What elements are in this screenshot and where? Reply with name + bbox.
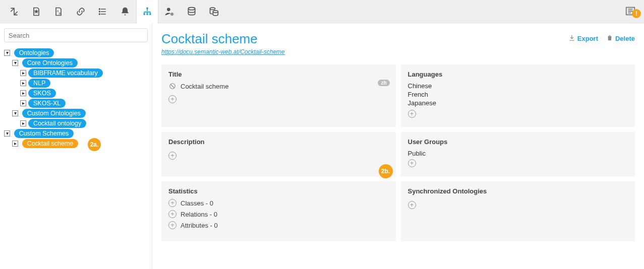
lang-badge: zh [378, 80, 389, 86]
panel-heading: User Groups [408, 138, 628, 146]
export-label: Export [577, 35, 598, 42]
stat-relations: Relations - 0 [181, 211, 217, 218]
tree-node-bibframe[interactable]: BIBFRAME vocabulary [28, 69, 103, 78]
svg-point-3 [99, 11, 100, 12]
delete-label: Delete [615, 35, 635, 42]
tree-node-core-ontologies[interactable]: Core Ontologies [22, 58, 78, 68]
toggle-icon[interactable]: ▸ [20, 100, 26, 106]
tree-node-skos[interactable]: SKOS [28, 89, 56, 98]
bell-icon[interactable] [114, 0, 136, 23]
panel-heading: Description [168, 138, 389, 146]
delete-button[interactable]: Delete [606, 34, 635, 43]
block-icon [168, 82, 177, 90]
trash-icon [606, 34, 613, 43]
panel-heading: Languages [408, 71, 628, 78]
note-star-icon[interactable] [25, 0, 47, 23]
note-ab-icon[interactable]: AB [47, 0, 70, 23]
sitemap-icon[interactable] [136, 0, 158, 23]
language-item: Japanese [408, 99, 628, 107]
svg-rect-7 [146, 13, 148, 15]
svg-point-13 [213, 10, 218, 12]
sidebar: ▾ Ontologies ▾ Core Ontologies ▸BIBFRAME… [0, 23, 152, 269]
stat-classes: Classes - 0 [181, 199, 213, 207]
db-stack-icon[interactable] [203, 0, 225, 23]
tree-node-cocktail-ontology[interactable]: Cocktail ontology [28, 119, 86, 128]
svg-rect-5 [146, 7, 148, 9]
callout-2a: 2a. [88, 138, 101, 151]
add-button[interactable]: + [168, 199, 177, 207]
user-gear-icon[interactable] [158, 0, 181, 23]
tree-node-custom-schemes[interactable]: Custom Schemes [14, 129, 74, 138]
panel-sync-ontologies: Synchronized Ontologies + [401, 181, 635, 241]
tree-node-ontologies[interactable]: Ontologies [14, 48, 54, 57]
page-title: Cocktail scheme [161, 31, 285, 47]
toggle-icon[interactable]: ▸ [20, 80, 26, 86]
svg-point-11 [188, 7, 195, 10]
panel-title: Title Cocktail scheme + zh [161, 64, 396, 127]
main-content: Cocktail scheme https://docu.semantic-we… [152, 23, 644, 269]
title-value: Cocktail scheme [181, 83, 228, 90]
tree: ▾ Ontologies ▾ Core Ontologies ▸BIBFRAME… [4, 48, 148, 148]
database-icon[interactable] [181, 0, 203, 23]
add-button[interactable]: + [168, 152, 177, 160]
toggle-icon[interactable]: ▾ [12, 110, 18, 116]
tree-node-cocktail-scheme[interactable]: Cocktail scheme [22, 139, 79, 148]
panel-heading: Statistics [168, 187, 389, 195]
add-button[interactable]: + [408, 110, 416, 118]
user-group-item: Public [408, 150, 628, 157]
tree-node-nlp[interactable]: NLP [28, 79, 50, 88]
language-item: French [408, 91, 628, 98]
add-button[interactable]: + [168, 221, 177, 229]
svg-point-12 [210, 8, 215, 10]
panel-heading: Title [168, 71, 389, 78]
svg-rect-8 [149, 13, 151, 15]
toggle-icon[interactable]: ▸ [20, 90, 26, 96]
svg-text:B: B [59, 12, 61, 15]
export-button[interactable]: Export [568, 34, 598, 43]
add-button[interactable]: + [168, 95, 177, 103]
svg-rect-6 [144, 13, 145, 15]
add-button[interactable]: + [168, 210, 177, 218]
language-item: Chinese [408, 82, 628, 90]
toggle-icon[interactable]: ▾ [4, 50, 10, 56]
svg-point-10 [171, 13, 172, 15]
resource-uri-link[interactable]: https://docu.semantic-web.at/Cocktail-sc… [161, 48, 285, 55]
link-arrow-icon[interactable] [3, 0, 25, 23]
toggle-icon[interactable]: ▸ [20, 70, 26, 76]
svg-point-9 [167, 8, 170, 11]
svg-point-4 [99, 14, 100, 15]
panel-languages: Languages Chinese French Japanese + [401, 64, 635, 127]
panel-heading: Synchronized Ontologies [408, 187, 628, 195]
stat-attributes: Attributes - 0 [181, 222, 218, 229]
panel-statistics: Statistics +Classes - 0 +Relations - 0 +… [161, 181, 396, 241]
list-warning-icon[interactable]: ! [625, 4, 641, 18]
add-button[interactable]: + [408, 159, 416, 167]
warning-badge: ! [632, 9, 641, 18]
tree-node-custom-ontologies[interactable]: Custom Ontologies [22, 109, 86, 118]
top-toolbar: AB ! [0, 0, 644, 23]
toggle-icon[interactable]: ▾ [12, 60, 18, 66]
toggle-icon[interactable]: ▾ [4, 130, 10, 137]
tree-node-skos-xl[interactable]: SKOS-XL [28, 99, 66, 108]
toggle-icon[interactable]: ▸ [12, 141, 18, 147]
callout-2b: 2b. [379, 164, 393, 178]
search-input[interactable] [4, 28, 148, 42]
link-icon[interactable] [70, 0, 92, 23]
panel-user-groups: User Groups Public + [401, 132, 635, 176]
toggle-icon[interactable]: ▸ [20, 120, 26, 126]
svg-point-2 [99, 9, 100, 10]
panel-description: Description + 2b. [161, 132, 396, 176]
download-icon [568, 34, 575, 43]
add-button[interactable]: + [408, 201, 416, 209]
list-icon[interactable] [92, 0, 114, 23]
